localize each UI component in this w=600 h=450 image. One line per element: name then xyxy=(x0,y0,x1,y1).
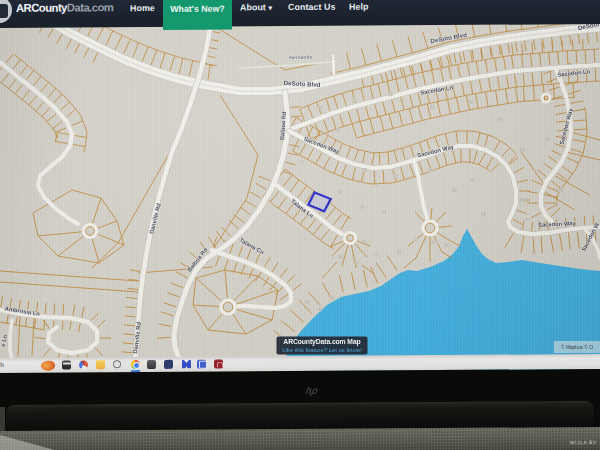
svg-text:ARCountyData.com Map: ARCountyData.com Map xyxy=(283,338,360,346)
svg-text:Hernando: Hernando xyxy=(289,54,313,61)
svg-text:Like this feature? Let us know: Like this feature? Let us know! xyxy=(282,347,362,353)
svg-text:© Mapbox © O: © Mapbox © O xyxy=(561,344,593,350)
